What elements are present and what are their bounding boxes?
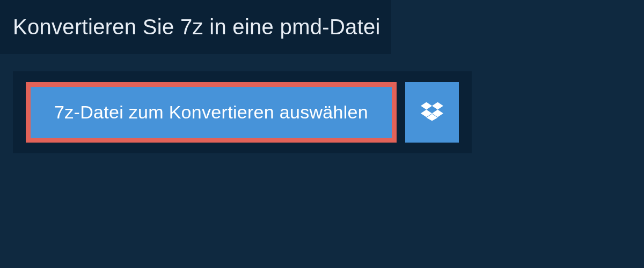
page-header: Konvertieren Sie 7z in eine pmd-Datei <box>0 0 391 54</box>
upload-panel: 7z-Datei zum Konvertieren auswählen <box>13 71 472 153</box>
select-file-button[interactable]: 7z-Datei zum Konvertieren auswählen <box>26 82 397 143</box>
select-file-label: 7z-Datei zum Konvertieren auswählen <box>54 102 368 123</box>
dropbox-button[interactable] <box>405 82 459 143</box>
dropbox-icon <box>421 100 443 124</box>
page-title: Konvertieren Sie 7z in eine pmd-Datei <box>13 15 380 39</box>
